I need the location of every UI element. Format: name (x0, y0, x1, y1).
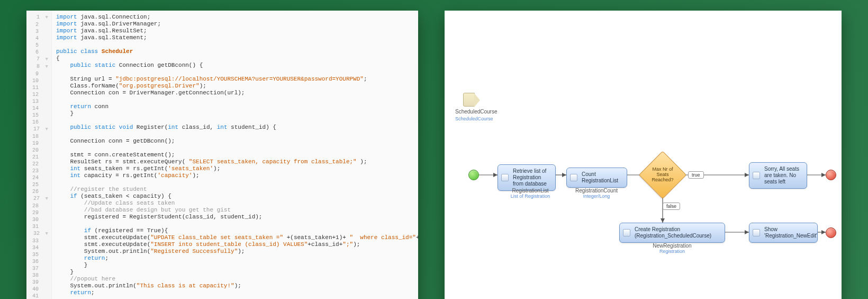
message-icon (753, 172, 760, 179)
create-icon (623, 229, 630, 236)
action-label: Show 'Registration_NewEdit' (764, 226, 817, 239)
action-sorry-message[interactable]: Sorry, All seats are taken. No seats lef… (749, 162, 807, 189)
diagram-panel: ScheduledCourse ScheduledCourse (445, 11, 842, 299)
arrow-head-icon (821, 173, 826, 177)
output-registrationcount: RegistrationCount Integer/Long (567, 188, 626, 199)
action-retrieve[interactable]: Retrieve list of Registration from datab… (498, 164, 556, 191)
arrow-head-icon (745, 230, 749, 234)
action-label: Create Registration (Registration_Schedu… (635, 226, 711, 239)
end-node[interactable] (826, 170, 836, 180)
start-node[interactable] (468, 170, 479, 180)
database-icon (501, 174, 509, 181)
condition-true-label: true (688, 171, 704, 179)
decision-node[interactable]: Max Nr of Seats Reached? (646, 158, 680, 192)
code-editor-panel: 1 ▼ 2 3 4 5 6 7 ▼ 8 ▼ 9 10 11 12 13 14 1… (26, 11, 418, 299)
decision-label: Max Nr of Seats Reached? (646, 158, 680, 192)
diagram-connectors (445, 11, 842, 299)
action-label: Sorry, All seats are taken. No seats lef… (764, 166, 799, 184)
output-newregistration: NewRegistration Registration (640, 243, 704, 254)
code-content[interactable]: import java.sql.Connection; import java.… (52, 11, 418, 299)
end-node[interactable] (826, 227, 836, 238)
output-registrationlist: RegistrationList List of Registration (504, 188, 557, 199)
code-gutter: 1 ▼ 2 3 4 5 6 7 ▼ 8 ▼ 9 10 11 12 13 14 1… (26, 11, 52, 299)
aggregate-icon (570, 174, 577, 181)
arrow-head-icon (562, 173, 566, 177)
arrow-head-icon (745, 173, 749, 177)
action-label: Retrieve list of Registration from datab… (513, 168, 547, 187)
entity-type: ScheduledCourse (455, 116, 493, 121)
page-icon (753, 229, 760, 236)
arrow-head-icon (493, 173, 498, 177)
condition-false-label: false (663, 203, 680, 210)
action-label: Count RegistrationList (582, 171, 618, 183)
arrow-head-icon (661, 218, 665, 223)
entity-shape-icon[interactable] (463, 93, 475, 107)
action-create-registration[interactable]: Create Registration (Registration_Schedu… (619, 223, 725, 243)
action-show-page[interactable]: Show 'Registration_NewEdit' (749, 223, 818, 243)
action-count[interactable]: Count RegistrationList (566, 168, 627, 188)
entity-label: ScheduledCourse (455, 109, 498, 115)
arrow-head-icon (821, 230, 826, 234)
